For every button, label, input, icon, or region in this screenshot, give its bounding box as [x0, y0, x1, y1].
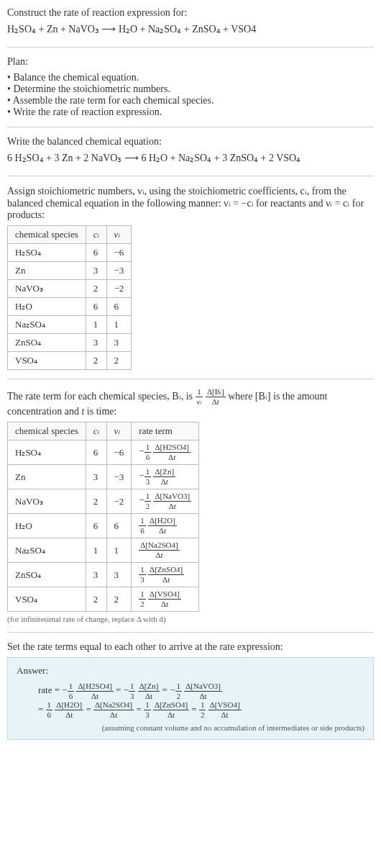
rateterm-note: (for infinitesimal rate of change, repla…	[7, 615, 374, 623]
table-row: VSO₄2212 Δ[VSO4]Δt	[8, 587, 199, 612]
construct-section: Construct the rate of reaction expressio…	[7, 7, 374, 48]
table-header-row: chemical species cᵢ νᵢ rate term	[8, 422, 199, 440]
rateterm-intro: The rate term for each chemical species,…	[7, 388, 374, 417]
plan-title: Plan:	[7, 56, 374, 68]
stoich-section: Assign stoichiometric numbers, νᵢ, using…	[7, 185, 374, 379]
col-ci: cᵢ	[86, 422, 106, 440]
table-row: Zn3−3	[8, 262, 132, 280]
table-row: NaVO₃2−2	[8, 280, 132, 298]
table-row: Na₂SO₄11	[8, 316, 132, 334]
answer-note: (assuming constant volume and no accumul…	[17, 723, 364, 732]
col-nui: νᵢ	[106, 226, 132, 244]
col-species: chemical species	[8, 226, 86, 244]
table-header-row: chemical species cᵢ νᵢ	[8, 226, 132, 244]
answer-label: Answer:	[17, 665, 364, 677]
answer-line1: rate = −16 Δ[H2SO4]Δt = −13 Δ[Zn]Δt = −1…	[38, 681, 364, 700]
table-row: NaVO₃2−2−12 Δ[NaVO3]Δt	[8, 489, 199, 514]
stoich-table: chemical species cᵢ νᵢ H₂SO₄6−6 Zn3−3 Na…	[7, 225, 132, 370]
construct-title: Construct the rate of reaction expressio…	[7, 7, 374, 19]
col-nui: νᵢ	[106, 422, 132, 440]
col-rate: rate term	[132, 422, 199, 440]
plan-section: Plan: • Balance the chemical equation. •…	[7, 56, 374, 127]
rateterm-section: The rate term for each chemical species,…	[7, 388, 374, 633]
frac-1-over-nu: 1νᵢ	[196, 388, 203, 406]
table-row: H₂O6616 Δ[H2O]Δt	[8, 514, 199, 538]
construct-equation: H₂SO₄ + Zn + NaVO₃ ⟶ H₂O + Na₂SO₄ + ZnSO…	[7, 23, 374, 35]
balanced-section: Write the balanced chemical equation: 6 …	[7, 136, 374, 176]
table-row: H₂O66	[8, 298, 132, 316]
setrate-section: Set the rate terms equal to each other t…	[7, 641, 374, 749]
answer-line2: = 16 Δ[H2O]Δt = Δ[Na2SO4]Δt = 13 Δ[ZnSO4…	[38, 700, 364, 720]
table-row: H₂SO₄6−6	[8, 244, 132, 262]
answer-box: Answer: rate = −16 Δ[H2SO4]Δt = −13 Δ[Zn…	[7, 657, 374, 740]
balanced-title: Write the balanced chemical equation:	[7, 136, 374, 148]
col-species: chemical species	[8, 422, 86, 440]
table-row: ZnSO₄33	[8, 334, 132, 352]
table-row: ZnSO₄3313 Δ[ZnSO4]Δt	[8, 563, 199, 587]
frac-dBi-dt: Δ[Bᵢ]Δt	[206, 388, 226, 406]
balanced-equation: 6 H₂SO₄ + 3 Zn + 2 NaVO₃ ⟶ 6 H₂O + Na₂SO…	[7, 152, 374, 164]
plan-item: • Balance the chemical equation.	[7, 72, 374, 83]
plan-item: • Determine the stoichiometric numbers.	[7, 83, 374, 95]
table-row: H₂SO₄6−6−16 Δ[H2SO4]Δt	[8, 440, 199, 465]
rateterm-table: chemical species cᵢ νᵢ rate term H₂SO₄6−…	[7, 422, 199, 612]
setrate-title: Set the rate terms equal to each other t…	[7, 641, 374, 653]
stoich-intro: Assign stoichiometric numbers, νᵢ, using…	[7, 185, 374, 221]
plan-item: • Write the rate of reaction expression.	[7, 107, 374, 118]
plan-list: • Balance the chemical equation. • Deter…	[7, 72, 374, 118]
table-row: Zn3−3−13 Δ[Zn]Δt	[8, 465, 199, 489]
table-row: Na₂SO₄11Δ[Na2SO4]Δt	[8, 538, 199, 563]
plan-item: • Assemble the rate term for each chemic…	[7, 95, 374, 107]
table-row: VSO₄22	[8, 352, 132, 370]
col-ci: cᵢ	[86, 226, 106, 244]
